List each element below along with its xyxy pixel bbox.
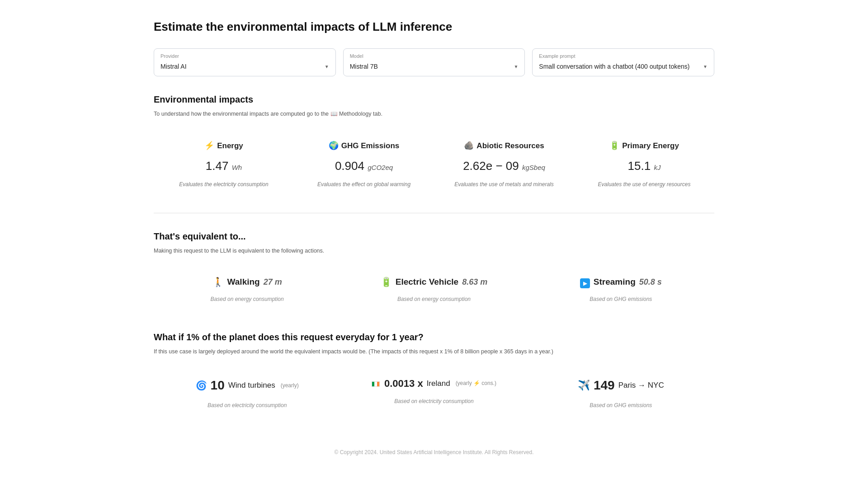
streaming-label: Streaming	[594, 276, 636, 289]
walking-card-title: 🚶 Walking 27 m	[212, 275, 282, 289]
equivalents-grid: 🚶 Walking 27 m Based on energy consumpti…	[154, 268, 714, 312]
walking-desc: Based on energy consumption	[211, 295, 284, 303]
model-label: Model	[350, 52, 519, 60]
paris-nyc-card-title: ✈️ 149 Paris → NYC	[578, 376, 664, 395]
wind-turbines-qualifier: (yearly)	[281, 381, 299, 389]
abiotic-desc: Evaluates the use of metals and minerals	[454, 180, 553, 188]
walking-icon: 🚶	[212, 275, 224, 289]
ghg-icon: 🌍	[329, 140, 339, 152]
abiotic-label: Abiotic Resources	[476, 140, 544, 152]
prompt-label: Example prompt	[539, 52, 708, 60]
provider-select-wrapper: Mistral AIOpenAIAnthropicGoogle	[160, 62, 329, 71]
provider-select-group: Provider Mistral AIOpenAIAnthropicGoogle	[154, 48, 336, 76]
wind-turbine-icon: 🌀	[196, 379, 207, 392]
equivalents-note: Making this request to the LLM is equiva…	[154, 247, 714, 255]
footer: © Copyright 2024. United States Artifici…	[154, 441, 714, 456]
energy-desc: Evaluates the electricity consumption	[179, 180, 268, 188]
wind-turbines-label: Wind turbines	[228, 380, 275, 391]
abiotic-card: 🪨 Abiotic Resources 2.62e − 09 kgSbeq Ev…	[434, 131, 574, 199]
section-divider	[154, 213, 714, 213]
ghg-card: 🌍 GHG Emissions 0.904 gCO2eq Evaluates t…	[294, 131, 434, 199]
ev-value: 8.63 m	[462, 276, 487, 288]
paris-nyc-label: Paris → NYC	[618, 380, 664, 391]
primary-energy-card: 🔋 Primary Energy 15.1 kJ Evaluates the u…	[574, 131, 714, 199]
ev-desc: Based on energy consumption	[397, 295, 471, 303]
equivalents-section: That's equivalent to... Making this requ…	[154, 230, 714, 312]
model-select[interactable]: Mistral 7BMistral SmallMistral MediumMis…	[350, 63, 519, 70]
streaming-value: 50.8 s	[639, 276, 662, 288]
walking-card: 🚶 Walking 27 m Based on energy consumpti…	[154, 268, 340, 312]
primary-energy-icon: 🔋	[609, 140, 619, 152]
prompt-select-group: Example prompt Small conversation with a…	[532, 48, 714, 76]
energy-value: 1.47 Wh	[206, 157, 242, 175]
paris-nyc-card: ✈️ 149 Paris → NYC Based on GHG emission…	[528, 369, 714, 418]
streaming-desc: Based on GHG emissions	[590, 295, 652, 303]
ireland-flag-icon	[372, 376, 381, 391]
paris-nyc-number: 149	[594, 376, 615, 395]
ireland-card: 0.0013 x Ireland (yearly ⚡ cons.) Based …	[340, 369, 527, 418]
environmental-impacts-title: Environmental impacts	[154, 93, 714, 106]
impacts-grid: ⚡ Energy 1.47 Wh Evaluates the electrici…	[154, 131, 714, 199]
environmental-impacts-section: Environmental impacts To understand how …	[154, 93, 714, 200]
ireland-value: 0.0013 x	[384, 376, 423, 391]
energy-card: ⚡ Energy 1.47 Wh Evaluates the electrici…	[154, 131, 294, 199]
plane-icon: ✈️	[578, 378, 590, 393]
ireland-desc: Based on electricity consumption	[394, 397, 473, 405]
wind-turbines-card-title: 🌀 10 Wind turbines (yearly)	[196, 376, 299, 395]
scale-grid: 🌀 10 Wind turbines (yearly) Based on ele…	[154, 369, 714, 418]
ev-label: Electric Vehicle	[396, 276, 458, 289]
energy-card-title: ⚡ Energy	[204, 140, 243, 152]
streaming-card-title: ▶ Streaming 50.8 s	[580, 275, 662, 289]
ireland-card-title: 0.0013 x Ireland (yearly ⚡ cons.)	[372, 376, 496, 391]
provider-select[interactable]: Mistral AIOpenAIAnthropicGoogle	[160, 63, 329, 70]
energy-label: Energy	[217, 140, 243, 152]
streaming-card: ▶ Streaming 50.8 s Based on GHG emission…	[528, 268, 714, 312]
environmental-impacts-note: To understand how the environmental impa…	[154, 110, 714, 118]
ghg-value: 0.904 gCO2eq	[335, 157, 393, 175]
primary-energy-value: 15.1 kJ	[628, 157, 661, 175]
ev-card: 🔋 Electric Vehicle 8.63 m Based on energ…	[340, 268, 527, 312]
scale-note: If this use case is largely deployed aro…	[154, 347, 714, 356]
scale-title: What if 1% of the planet does this reque…	[154, 330, 714, 344]
selectors-row: Provider Mistral AIOpenAIAnthropicGoogle…	[154, 48, 714, 76]
ghg-desc: Evaluates the effect on global warming	[317, 180, 410, 188]
ev-icon: 🔋	[381, 275, 392, 289]
ireland-qualifier: (yearly ⚡ cons.)	[456, 379, 496, 387]
page-title: Estimate the environmental impacts of LL…	[154, 18, 714, 36]
model-select-wrapper: Mistral 7BMistral SmallMistral MediumMis…	[350, 62, 519, 71]
footer-text: © Copyright 2024. United States Artifici…	[334, 449, 533, 455]
ireland-label: Ireland	[427, 378, 450, 389]
prompt-select[interactable]: Small conversation with a chatbot (400 o…	[539, 63, 708, 70]
wind-turbines-desc: Based on electricity consumption	[208, 401, 287, 409]
abiotic-value: 2.62e − 09 kgSbeq	[463, 157, 545, 175]
energy-icon: ⚡	[204, 140, 214, 152]
ghg-card-title: 🌍 GHG Emissions	[329, 140, 399, 152]
primary-energy-card-title: 🔋 Primary Energy	[609, 140, 679, 152]
model-select-group: Model Mistral 7BMistral SmallMistral Med…	[343, 48, 525, 76]
abiotic-card-title: 🪨 Abiotic Resources	[464, 140, 544, 152]
paris-nyc-desc: Based on GHG emissions	[590, 401, 652, 409]
ev-card-title: 🔋 Electric Vehicle 8.63 m	[381, 275, 488, 289]
provider-label: Provider	[160, 52, 329, 60]
prompt-select-wrapper: Small conversation with a chatbot (400 o…	[539, 62, 708, 71]
walking-value: 27 m	[264, 276, 282, 288]
equivalents-title: That's equivalent to...	[154, 230, 714, 243]
wind-turbines-card: 🌀 10 Wind turbines (yearly) Based on ele…	[154, 369, 340, 418]
primary-energy-desc: Evaluates the use of energy resources	[598, 180, 691, 188]
streaming-icon: ▶	[580, 275, 590, 289]
wind-turbines-number: 10	[211, 376, 225, 395]
ghg-label: GHG Emissions	[341, 140, 399, 152]
abiotic-icon: 🪨	[464, 140, 474, 152]
scale-section: What if 1% of the planet does this reque…	[154, 330, 714, 418]
primary-energy-label: Primary Energy	[622, 140, 679, 152]
walking-label: Walking	[227, 276, 260, 289]
